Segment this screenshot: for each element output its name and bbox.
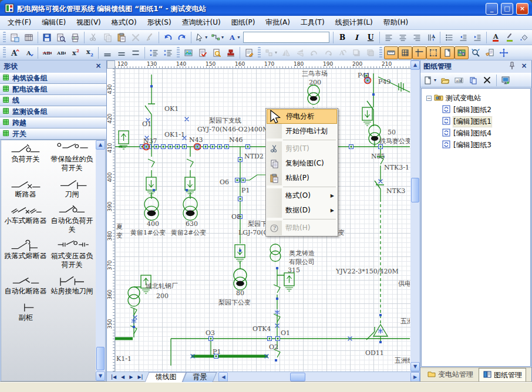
insert-picture-icon[interactable] bbox=[181, 46, 196, 59]
font-name-combobox[interactable] bbox=[243, 32, 329, 43]
spacing-increase-icon[interactable] bbox=[147, 46, 161, 59]
approve-check-icon[interactable] bbox=[196, 46, 210, 59]
minimize-button[interactable]: _ bbox=[486, 3, 498, 15]
menu-11[interactable]: 帮助(H) bbox=[378, 16, 413, 29]
menu-5[interactable]: 形状(S) bbox=[142, 16, 177, 29]
close-button[interactable]: × bbox=[516, 3, 528, 15]
prev-page-icon[interactable]: ◀ bbox=[119, 374, 126, 380]
pin-icon[interactable] bbox=[507, 61, 517, 72]
new-sheet-icon[interactable]: ▾ bbox=[422, 74, 438, 87]
vertical-text-icon[interactable]: A bbox=[424, 31, 438, 44]
zoom-fit-icon[interactable] bbox=[469, 46, 483, 59]
sheet-tab-2[interactable]: 背景 bbox=[184, 372, 215, 382]
align-right-icon[interactable] bbox=[410, 31, 424, 44]
collapse-icon[interactable]: − bbox=[426, 96, 432, 101]
scroll-down-icon[interactable]: ▼ bbox=[96, 371, 105, 381]
map-icon[interactable] bbox=[454, 46, 469, 59]
panel-tab-1[interactable]: 变电站管理 bbox=[423, 367, 477, 382]
shape-item-box-transformer-load-switch[interactable]: 箱式变压器负荷开关 bbox=[49, 239, 95, 269]
dropdown-arrow-icon[interactable]: ▾ bbox=[237, 35, 240, 40]
sheet-tab-1[interactable]: 馈线图 bbox=[147, 372, 184, 382]
bring-front-icon[interactable] bbox=[349, 46, 363, 59]
rotate-left-icon[interactable] bbox=[307, 46, 321, 59]
save-icon[interactable] bbox=[40, 31, 54, 44]
fill-bucket-icon[interactable] bbox=[517, 31, 531, 44]
menu-10[interactable]: 线损计算(L) bbox=[330, 16, 378, 29]
rename-abl-icon[interactable]: ab bbox=[452, 74, 466, 87]
toolbar-drag-handle[interactable] bbox=[258, 47, 261, 59]
align-left-icon[interactable] bbox=[382, 31, 396, 44]
ruler-icon[interactable] bbox=[384, 46, 398, 59]
align-center-icon[interactable] bbox=[396, 31, 410, 44]
marquee-icon[interactable] bbox=[426, 46, 440, 59]
shape-item-aux-cabinet[interactable]: 副柜 bbox=[2, 301, 49, 322]
print-icon[interactable] bbox=[68, 31, 82, 44]
dropdown-arrow-icon[interactable]: ▾ bbox=[205, 35, 207, 40]
toolbar-drag-handle[interactable] bbox=[177, 47, 180, 59]
underline-button[interactable]: U bbox=[363, 31, 378, 44]
shape-group-4[interactable]: 监测设备组 bbox=[0, 106, 106, 117]
open-folder-icon[interactable] bbox=[438, 74, 452, 87]
monitor-icon[interactable] bbox=[499, 74, 513, 87]
flip-horizontal-icon[interactable] bbox=[279, 46, 293, 59]
tree-item-sheet-4[interactable]: [编辑]图纸3 bbox=[422, 139, 530, 151]
context-menu-item-8[interactable]: 格式(O)▶ bbox=[267, 188, 337, 203]
menu-4[interactable]: 格式(O) bbox=[106, 16, 142, 29]
shape-group-2[interactable]: 配电设备组 bbox=[0, 84, 106, 95]
table-list-icon[interactable] bbox=[22, 31, 36, 44]
delete-sheet-icon[interactable] bbox=[480, 74, 494, 87]
last-page-icon[interactable]: ▶| bbox=[136, 374, 144, 380]
dropdown-arrow-icon[interactable]: ▾ bbox=[434, 77, 436, 83]
no-strikethrough-icon[interactable]: ABC bbox=[54, 46, 68, 59]
send-back-icon[interactable] bbox=[363, 46, 378, 59]
menu-1[interactable]: 文件(F) bbox=[2, 16, 36, 29]
next-page-icon[interactable]: ▶ bbox=[127, 374, 134, 380]
highlight-icon[interactable] bbox=[503, 31, 517, 44]
panel-tab-2[interactable]: 图纸管理 bbox=[479, 368, 526, 382]
menu-7[interactable]: 图纸(P) bbox=[226, 16, 261, 29]
tree-item-sheet-3[interactable]: [编辑]图纸4 bbox=[422, 127, 530, 139]
scrollbar-thumb[interactable] bbox=[411, 178, 419, 202]
feeder-diagram-canvas[interactable]: 三鸟市场200P41P49OK1O1OK1-1梨园下支线GYJ-70(N46-O… bbox=[115, 69, 410, 371]
page-icon[interactable] bbox=[440, 46, 454, 59]
menu-6[interactable]: 查询统计(U) bbox=[177, 16, 226, 29]
strikethrough-icon[interactable]: ABC bbox=[40, 46, 54, 59]
tree-root-substation[interactable]: − 测试变电站 bbox=[422, 92, 530, 104]
bullets-icon[interactable] bbox=[442, 31, 456, 44]
menu-2[interactable]: 编辑(E) bbox=[36, 16, 71, 29]
shape-group-6[interactable]: 开关 bbox=[0, 129, 106, 140]
superscript-icon[interactable]: x2 bbox=[68, 46, 82, 59]
font-shrink-icon[interactable]: A bbox=[22, 46, 36, 59]
line-spacing-2-icon[interactable] bbox=[129, 46, 143, 59]
shape-item-station-ground-knife[interactable]: 站房接地刀闸 bbox=[49, 275, 95, 296]
redo-icon[interactable] bbox=[175, 31, 189, 44]
shape-item-trolley-breaker[interactable]: 小车式断路器 bbox=[2, 204, 49, 234]
menu-8[interactable]: 审批(A) bbox=[260, 16, 295, 29]
dropdown-arrow-icon[interactable]: ▾ bbox=[221, 35, 224, 40]
bold-button[interactable]: B bbox=[335, 31, 349, 44]
toolbar-drag-handle[interactable] bbox=[379, 47, 382, 59]
tree-item-sheet-1[interactable]: [编辑]图纸2 bbox=[422, 104, 530, 116]
cut-icon[interactable] bbox=[86, 31, 100, 44]
shape-item-load-switch[interactable]: 负荷开关 bbox=[2, 143, 49, 173]
scroll-left-icon[interactable]: ◀ bbox=[218, 372, 228, 382]
sheets-panel-close-button[interactable]: × bbox=[520, 62, 528, 71]
italic-button[interactable]: I bbox=[349, 31, 363, 44]
context-menu-item-9[interactable]: 数据(D)▶ bbox=[267, 203, 337, 218]
edit-note-icon[interactable] bbox=[242, 46, 256, 59]
guides-icon[interactable] bbox=[412, 46, 426, 59]
grid-icon[interactable] bbox=[398, 46, 412, 59]
pointer-icon[interactable]: ▾ bbox=[193, 31, 210, 44]
shape-item-breaker[interactable]: 断路器 bbox=[2, 178, 49, 199]
outdent-icon[interactable] bbox=[456, 31, 470, 44]
canvas-vertical-scrollbar[interactable]: ▲ ▼ bbox=[410, 60, 420, 371]
scrollbar-thumb[interactable] bbox=[290, 373, 305, 381]
scroll-up-icon[interactable]: ▲ bbox=[410, 60, 420, 70]
rotate-right-icon[interactable] bbox=[321, 46, 335, 59]
line-spacing-1-icon[interactable] bbox=[100, 46, 115, 59]
pan-icon[interactable] bbox=[497, 46, 511, 59]
shape-item-dropout-fuse[interactable]: 跌落式熔断器 bbox=[2, 239, 49, 269]
tree-item-sheet-2[interactable]: [编辑]图纸1 bbox=[422, 116, 530, 127]
shape-group-1[interactable]: 构筑设备组 bbox=[0, 73, 106, 84]
scroll-right-icon[interactable]: ▶ bbox=[410, 372, 420, 382]
